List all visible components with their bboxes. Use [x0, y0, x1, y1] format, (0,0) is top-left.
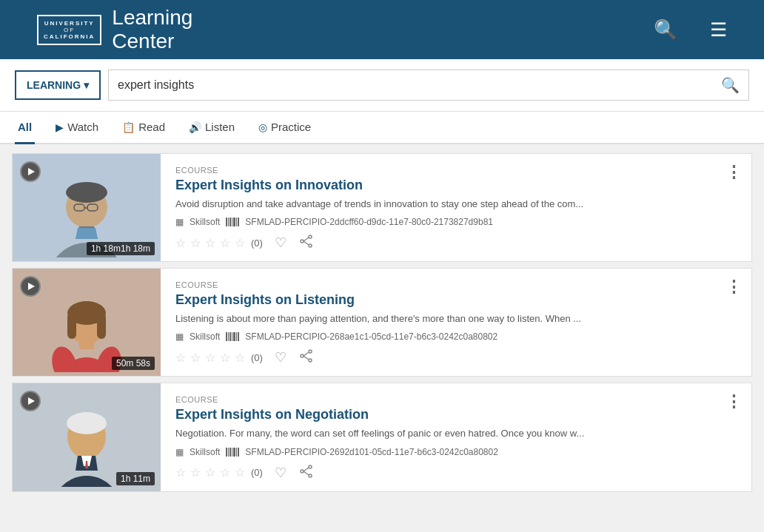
listen-icon: 🔊 — [189, 121, 201, 133]
menu-button[interactable]: ☰ — [710, 18, 727, 41]
svg-line-26 — [304, 352, 309, 356]
university-text: UNIVERSITY — [44, 20, 95, 27]
of-text: OF — [44, 27, 95, 33]
svg-line-13 — [304, 241, 309, 245]
more-options-button-3[interactable]: ⋮ — [726, 395, 743, 408]
svg-point-37 — [301, 470, 304, 473]
result-thumb-3: 1h 11m — [13, 383, 161, 491]
result-actions-1: ☆ ☆ ☆ ☆ ☆ (0) ♡ — [175, 233, 737, 252]
share-button-3[interactable] — [295, 463, 318, 482]
app-name: Learning Center — [112, 6, 192, 53]
result-title-1[interactable]: Expert Insights on Innovation — [175, 178, 737, 193]
rating-count-3: (0) — [251, 467, 263, 478]
svg-line-38 — [304, 468, 309, 471]
search-bar: LEARNING ▾ 🔍 — [0, 59, 764, 112]
play-button-2[interactable] — [20, 276, 41, 297]
provider-icon-1: ▦ — [175, 217, 184, 227]
star-1[interactable]: ☆ — [175, 236, 186, 250]
share-button-2[interactable] — [295, 348, 318, 367]
result-actions-3: ☆ ☆ ☆ ☆ ☆ (0) ♡ — [175, 463, 737, 482]
result-thumb-1: 1h 18m1h 18m — [13, 154, 161, 261]
more-options-button-1[interactable]: ⋮ — [726, 166, 743, 179]
star-4[interactable]: ☆ — [220, 236, 230, 250]
star-5[interactable]: ☆ — [235, 236, 245, 250]
play-icon: ▶ — [56, 121, 64, 133]
result-title-2[interactable]: Expert Insights on Listening — [175, 292, 737, 308]
tab-watch[interactable]: ▶ Watch — [53, 112, 101, 144]
play-button-1[interactable] — [20, 161, 41, 182]
svg-marker-8 — [76, 228, 98, 239]
svg-point-25 — [301, 354, 304, 357]
duration-badge-2: 50m 58s — [112, 357, 155, 370]
svg-point-11 — [301, 240, 304, 243]
tab-all[interactable]: All — [15, 112, 35, 144]
search-input-container: 🔍 — [108, 70, 749, 101]
tabs-bar: All ▶ Watch 📋 Read 🔊 Listen ◎ Practice — [0, 112, 764, 144]
star-2-3[interactable]: ☆ — [205, 351, 215, 365]
result-desc-3: Negotiation. For many, the word can set … — [175, 427, 737, 440]
svg-point-10 — [309, 244, 312, 247]
tab-practice[interactable]: ◎ Practice — [255, 112, 314, 144]
star-3-4[interactable]: ☆ — [220, 465, 230, 479]
svg-point-36 — [309, 474, 312, 477]
result-meta-2: ▦ Skillsoft SFMLAD-PERCIPIO-268ae1c1-05c… — [175, 331, 737, 342]
provider-name-3: Skillsoft — [190, 447, 220, 457]
star-2-2[interactable]: ☆ — [190, 351, 201, 365]
svg-rect-21 — [67, 313, 76, 339]
barcode-icon-3 — [226, 448, 239, 457]
uc-logo-box: UNIVERSITY OF CALIFORNIA — [37, 15, 101, 45]
svg-point-24 — [309, 359, 312, 362]
result-desc-1: Avoid disruption and take advantage of t… — [175, 198, 737, 211]
result-desc-2: Listening is about more than paying atte… — [175, 312, 737, 326]
star-3[interactable]: ☆ — [205, 236, 215, 250]
star-2[interactable]: ☆ — [190, 236, 201, 250]
result-meta-3: ▦ Skillsoft SFMLAD-PERCIPIO-2692d101-05c… — [175, 447, 737, 457]
result-thumb-2: 50m 58s — [13, 269, 161, 376]
svg-line-27 — [304, 356, 309, 360]
result-content-3: ECOURSE Expert Insights on Negotiation N… — [161, 383, 751, 491]
svg-point-23 — [309, 350, 312, 353]
results-list: 1h 18m1h 18m ECOURSE Expert Insights on … — [0, 144, 764, 501]
provider-icon-2: ▦ — [175, 331, 184, 342]
rating-count-1: (0) — [251, 238, 263, 249]
tab-read[interactable]: 📋 Read — [119, 112, 168, 144]
favorite-button-2[interactable]: ♡ — [270, 348, 291, 367]
star-3-2[interactable]: ☆ — [190, 465, 201, 479]
barcode-icon-2 — [226, 332, 239, 341]
result-card-2: 50m 58s ECOURSE Expert Insights on Liste… — [12, 268, 752, 377]
result-id-2: SFMLAD-PERCIPIO-268ae1c1-05cd-11e7-b6c3-… — [245, 331, 497, 342]
result-meta-1: ▦ Skillsoft SFMLAD-PERCIPIO-2ddcff60-d9d… — [175, 217, 737, 227]
star-2-1[interactable]: ☆ — [175, 351, 186, 365]
share-button-1[interactable] — [295, 233, 318, 252]
provider-name-2: Skillsoft — [190, 331, 220, 342]
tab-listen[interactable]: 🔊 Listen — [186, 112, 238, 144]
header-logo: UNIVERSITY OF CALIFORNIA Learning Center — [37, 6, 192, 53]
star-3-5[interactable]: ☆ — [235, 465, 245, 479]
california-text: CALIFORNIA — [44, 33, 95, 40]
svg-point-9 — [309, 235, 312, 238]
app-header: UNIVERSITY OF CALIFORNIA Learning Center… — [0, 0, 764, 59]
more-options-button-2[interactable]: ⋮ — [726, 280, 743, 294]
favorite-button-1[interactable]: ♡ — [270, 233, 291, 252]
ecourse-label-2: ECOURSE — [175, 280, 737, 289]
learning-dropdown[interactable]: LEARNING ▾ — [15, 70, 101, 100]
svg-rect-22 — [97, 313, 106, 339]
practice-icon: ◎ — [258, 121, 267, 133]
duration-badge-1: 1h 18m1h 18m — [87, 242, 155, 255]
result-title-3[interactable]: Expert Insights on Negotiation — [175, 407, 737, 422]
rating-count-2: (0) — [251, 352, 263, 363]
search-submit-button[interactable]: 🔍 — [721, 76, 740, 94]
star-2-5[interactable]: ☆ — [235, 351, 245, 365]
favorite-button-3[interactable]: ♡ — [270, 463, 291, 482]
star-3-3[interactable]: ☆ — [205, 465, 215, 479]
star-2-4[interactable]: ☆ — [220, 351, 230, 365]
svg-line-12 — [304, 238, 309, 241]
global-search-button[interactable]: 🔍 — [654, 18, 677, 41]
star-3-1[interactable]: ☆ — [175, 465, 186, 479]
result-card-3: 1h 11m ECOURSE Expert Insights on Negoti… — [12, 383, 752, 491]
search-input[interactable] — [118, 78, 721, 92]
svg-point-6 — [66, 182, 107, 203]
svg-point-35 — [309, 465, 312, 468]
result-content-2: ECOURSE Expert Insights on Listening Lis… — [161, 269, 751, 376]
duration-badge-3: 1h 11m — [116, 472, 155, 485]
